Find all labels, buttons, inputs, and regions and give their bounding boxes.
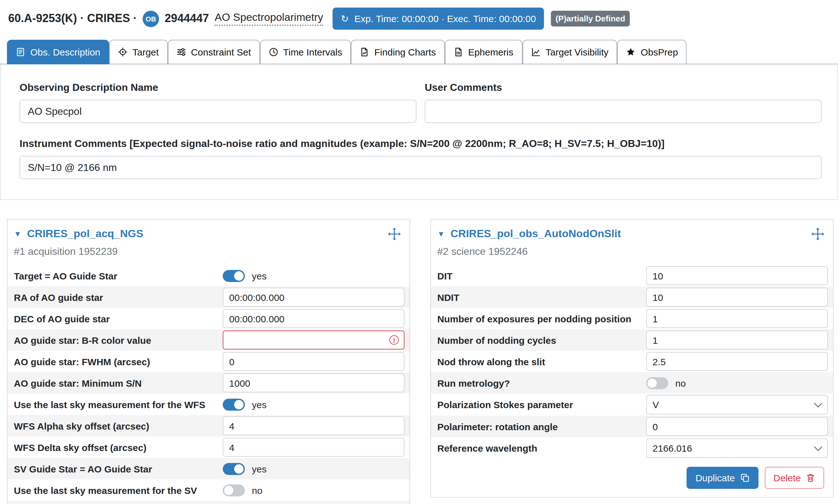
param-control: no: [646, 377, 828, 389]
param-input-ndit[interactable]: [646, 288, 828, 307]
param-row: Use the last sky measurement for the WFS…: [7, 394, 410, 415]
param-control: no: [223, 484, 405, 496]
toggle-state-label: no: [675, 378, 685, 388]
param-label: Number of nodding cycles: [437, 335, 646, 345]
param-control: [646, 288, 828, 307]
exec-time-button[interactable]: ↻ Exp. Time: 00:00:00 · Exec. Time: 00:0…: [333, 7, 544, 30]
tab-time-intervals[interactable]: Time Intervals: [260, 40, 351, 64]
tab-bar: Obs. DescriptionTargetConstraint SetTime…: [0, 40, 838, 64]
tab-obsprep[interactable]: ObsPrep: [618, 40, 687, 64]
obs-desc-name-input[interactable]: [20, 100, 416, 123]
param-row: AO guide star: FWHM (arcsec): [7, 351, 410, 372]
obs-desc-name-label: Observing Description Name: [20, 82, 416, 93]
param-control: [646, 309, 828, 328]
duplicate-button[interactable]: Duplicate: [687, 467, 758, 489]
tab-label: Target: [132, 47, 159, 57]
toggle-switch[interactable]: [223, 484, 245, 496]
user-comments-input[interactable]: [425, 100, 822, 123]
param-input-ao-guide-star-minimum-s-n[interactable]: [223, 374, 405, 392]
param-row: RA of AO guide star: [7, 286, 410, 308]
param-input-polarimeter-rotation-angle[interactable]: [646, 417, 828, 436]
toggle-state-label: no: [252, 485, 262, 496]
tab-target[interactable]: Target: [109, 40, 167, 64]
tab-ephemeris[interactable]: Ephemeris: [445, 40, 522, 64]
instrument-comments-field: Instrument Comments [Expected signal-to-…: [20, 138, 822, 179]
tab-constraint-set[interactable]: Constraint Set: [167, 40, 260, 64]
tab-label: Finding Charts: [375, 47, 436, 57]
param-row: Target = AO Guide Staryes: [7, 265, 410, 286]
param-input-wfs-alpha-sky-offset-arcsec[interactable]: [223, 416, 405, 435]
param-input-wfs-delta-sky-offset-arcsec[interactable]: [223, 438, 405, 457]
collapse-caret-icon[interactable]: ▼: [437, 230, 445, 238]
param-table: DITNDITNumber of exposures per nodding p…: [431, 265, 833, 459]
star-icon: [626, 47, 636, 57]
param-select-polarization-stokes-parameter[interactable]: V: [646, 395, 828, 414]
param-control: V: [646, 395, 828, 414]
param-row: NDIT: [431, 286, 833, 308]
param-control: [646, 417, 828, 436]
tab-target-visibility[interactable]: Target Visibility: [522, 40, 618, 64]
duplicate-button-label: Duplicate: [695, 472, 735, 483]
error-icon: !: [389, 335, 399, 345]
param-select-reference-wavelength[interactable]: 2166.016: [646, 438, 828, 458]
param-input-number-of-nodding-cycles[interactable]: [646, 330, 828, 349]
param-label: AO guide star: B-R color value: [14, 335, 223, 345]
tab-obs-description[interactable]: Obs. Description: [7, 40, 109, 64]
param-input-dec-of-ao-guide-star[interactable]: [223, 309, 405, 328]
param-input-dit[interactable]: [646, 266, 828, 285]
move-icon[interactable]: [388, 228, 401, 240]
move-icon[interactable]: [812, 228, 824, 240]
toggle-knob: [234, 271, 244, 281]
param-input-ao-guide-star-fwhm-arcsec[interactable]: [223, 352, 405, 371]
param-control: 2166.016: [646, 438, 828, 458]
param-control: yes: [223, 398, 405, 410]
toggle-state-label: yes: [252, 270, 267, 281]
panel-header: ▼CRIRES_pol_acq_NGS#1 acquisition 195223…: [7, 219, 410, 265]
param-row: Reference wavelength2166.016: [431, 437, 833, 459]
obs-description-form: Observing Description Name User Comments…: [0, 64, 838, 200]
collapse-caret-icon[interactable]: ▼: [14, 230, 21, 238]
toggle-knob: [234, 464, 244, 473]
status-badge: (P)artially Defined: [551, 11, 630, 26]
param-control: !: [223, 330, 405, 349]
toggle-switch[interactable]: [646, 377, 668, 389]
trash-icon: [806, 473, 815, 483]
param-input-ao-guide-star-b-r-color-value[interactable]: [223, 330, 405, 349]
param-input-nod-throw-along-the-slit[interactable]: [646, 352, 828, 371]
param-input-number-of-exposures-per-nodding-position[interactable]: [646, 309, 828, 328]
ob-header: 60.A-9253(K) · CRIRES · OB 2944447 AO Sp…: [0, 0, 838, 32]
template-panel-science: ▼CRIRES_pol_obs_AutoNodOnSlit#2 science …: [430, 219, 834, 498]
param-control: [223, 309, 405, 328]
panel-actions: DuplicateDelete: [431, 459, 833, 497]
ob-name-editable[interactable]: AO Spectropolarimetry: [215, 11, 323, 26]
template-panel-acquisition: ▼CRIRES_pol_acq_NGS#1 acquisition 195223…: [7, 219, 410, 504]
tab-label: Target Visibility: [546, 47, 609, 57]
param-label: Nod throw along the slit: [437, 356, 646, 367]
template-name[interactable]: CRIRES_pol_obs_AutoNodOnSlit: [450, 228, 621, 240]
delete-button[interactable]: Delete: [765, 467, 824, 489]
param-label: DIT: [437, 270, 646, 281]
toggle-knob: [224, 485, 233, 495]
template-panels: ▼CRIRES_pol_acq_NGS#1 acquisition 195223…: [0, 219, 838, 504]
param-row: Number of nodding cycles: [431, 329, 833, 351]
param-control: [223, 288, 405, 307]
user-comments-field: User Comments: [425, 82, 822, 123]
instrument-comments-input[interactable]: [20, 156, 822, 179]
param-label: DEC of AO guide star: [14, 313, 223, 324]
param-label: Target = AO Guide Star: [14, 270, 223, 281]
param-control: [646, 330, 828, 349]
toggle-switch[interactable]: [223, 398, 245, 410]
instrument-comments-label: Instrument Comments [Expected signal-to-…: [20, 138, 822, 149]
param-table: Target = AO Guide StaryesRA of AO guide …: [7, 265, 410, 504]
param-label: AO guide star: Minimum S/N: [14, 378, 223, 388]
toggle-switch[interactable]: [223, 270, 245, 282]
tab-finding-charts[interactable]: Finding Charts: [351, 40, 445, 64]
refresh-icon: ↻: [341, 14, 349, 23]
param-input-ra-of-ao-guide-star[interactable]: [223, 288, 405, 307]
param-row: Run metrology?no: [431, 372, 833, 394]
template-subtitle: #2 science 1952246: [437, 246, 824, 257]
tab-label: Ephemeris: [468, 47, 513, 57]
ob-badge: OB: [143, 11, 159, 27]
toggle-switch[interactable]: [223, 463, 245, 475]
template-name[interactable]: CRIRES_pol_acq_NGS: [27, 228, 143, 240]
